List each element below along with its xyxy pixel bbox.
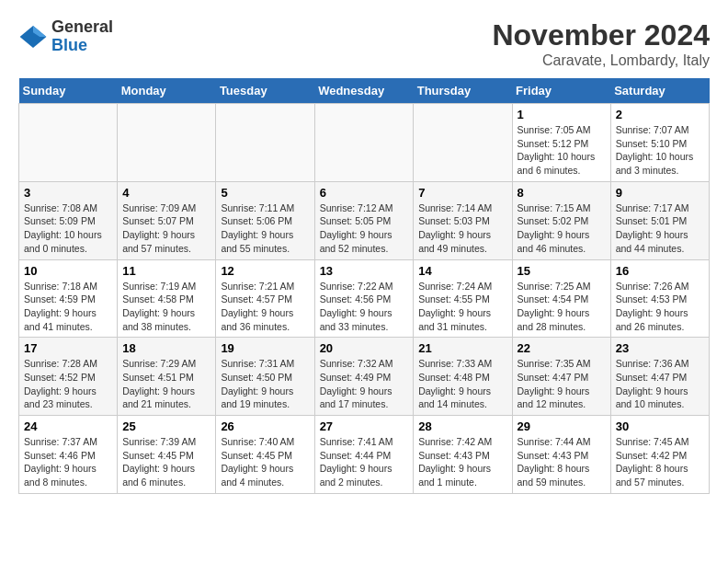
day-info: Sunrise: 7:26 AM Sunset: 4:53 PM Dayligh… bbox=[616, 280, 704, 334]
calendar-cell: 8Sunrise: 7:15 AM Sunset: 5:02 PM Daylig… bbox=[512, 181, 610, 259]
day-number: 9 bbox=[616, 186, 704, 200]
calendar-cell: 26Sunrise: 7:40 AM Sunset: 4:45 PM Dayli… bbox=[216, 416, 314, 494]
calendar-cell bbox=[216, 104, 314, 182]
day-info: Sunrise: 7:05 AM Sunset: 5:12 PM Dayligh… bbox=[518, 123, 606, 178]
day-number: 16 bbox=[616, 264, 704, 278]
day-number: 24 bbox=[24, 419, 112, 433]
day-info: Sunrise: 7:41 AM Sunset: 4:44 PM Dayligh… bbox=[320, 435, 409, 489]
day-number: 30 bbox=[616, 419, 704, 433]
calendar-cell: 18Sunrise: 7:29 AM Sunset: 4:51 PM Dayli… bbox=[118, 338, 216, 416]
day-info: Sunrise: 7:36 AM Sunset: 4:47 PM Dayligh… bbox=[616, 357, 704, 411]
day-info: Sunrise: 7:11 AM Sunset: 5:06 PM Dayligh… bbox=[221, 201, 309, 256]
calendar-cell: 23Sunrise: 7:36 AM Sunset: 4:47 PM Dayli… bbox=[610, 338, 709, 416]
day-number: 1 bbox=[518, 108, 606, 121]
calendar-cell: 17Sunrise: 7:28 AM Sunset: 4:52 PM Dayli… bbox=[19, 338, 118, 416]
calendar-cell: 12Sunrise: 7:21 AM Sunset: 4:57 PM Dayli… bbox=[216, 259, 314, 338]
day-number: 10 bbox=[24, 264, 112, 278]
day-info: Sunrise: 7:45 AM Sunset: 4:42 PM Dayligh… bbox=[616, 435, 704, 489]
day-info: Sunrise: 7:24 AM Sunset: 4:55 PM Dayligh… bbox=[418, 280, 506, 334]
weekday-header-monday: Monday bbox=[118, 78, 216, 104]
weekday-header-saturday: Saturday bbox=[610, 78, 709, 104]
day-number: 14 bbox=[418, 264, 506, 278]
logo-blue: Blue bbox=[51, 36, 87, 54]
day-info: Sunrise: 7:09 AM Sunset: 5:07 PM Dayligh… bbox=[122, 201, 210, 256]
day-number: 6 bbox=[320, 186, 409, 200]
day-info: Sunrise: 7:31 AM Sunset: 4:50 PM Dayligh… bbox=[221, 357, 309, 411]
day-info: Sunrise: 7:15 AM Sunset: 5:02 PM Dayligh… bbox=[518, 201, 606, 256]
calendar-cell: 21Sunrise: 7:33 AM Sunset: 4:48 PM Dayli… bbox=[414, 338, 512, 416]
day-number: 21 bbox=[418, 341, 506, 355]
logo: General Blue bbox=[18, 18, 113, 55]
day-info: Sunrise: 7:17 AM Sunset: 5:01 PM Dayligh… bbox=[616, 201, 704, 256]
day-number: 5 bbox=[221, 186, 309, 200]
calendar-cell: 25Sunrise: 7:39 AM Sunset: 4:45 PM Dayli… bbox=[118, 416, 216, 494]
day-number: 3 bbox=[24, 186, 112, 200]
calendar-week-row: 1Sunrise: 7:05 AM Sunset: 5:12 PM Daylig… bbox=[19, 104, 710, 182]
calendar-cell: 1Sunrise: 7:05 AM Sunset: 5:12 PM Daylig… bbox=[512, 104, 610, 182]
calendar-cell: 22Sunrise: 7:35 AM Sunset: 4:47 PM Dayli… bbox=[512, 338, 610, 416]
day-info: Sunrise: 7:32 AM Sunset: 4:49 PM Dayligh… bbox=[320, 357, 409, 411]
logo-icon bbox=[18, 22, 48, 52]
day-info: Sunrise: 7:14 AM Sunset: 5:03 PM Dayligh… bbox=[418, 201, 506, 256]
day-number: 20 bbox=[320, 341, 409, 355]
page-header: General Blue November 2024 Caravate, Lom… bbox=[18, 18, 710, 69]
weekday-header-row: SundayMondayTuesdayWednesdayThursdayFrid… bbox=[19, 78, 710, 104]
day-info: Sunrise: 7:18 AM Sunset: 4:59 PM Dayligh… bbox=[24, 280, 112, 334]
day-number: 22 bbox=[518, 341, 606, 355]
day-info: Sunrise: 7:37 AM Sunset: 4:46 PM Dayligh… bbox=[24, 435, 112, 489]
calendar-cell: 6Sunrise: 7:12 AM Sunset: 5:05 PM Daylig… bbox=[314, 181, 414, 259]
calendar-cell: 5Sunrise: 7:11 AM Sunset: 5:06 PM Daylig… bbox=[216, 181, 314, 259]
title-block: November 2024 Caravate, Lombardy, Italy bbox=[492, 18, 710, 69]
calendar-cell: 13Sunrise: 7:22 AM Sunset: 4:56 PM Dayli… bbox=[314, 259, 414, 338]
day-info: Sunrise: 7:44 AM Sunset: 4:43 PM Dayligh… bbox=[518, 435, 606, 489]
day-number: 4 bbox=[122, 186, 210, 200]
day-number: 28 bbox=[418, 419, 506, 433]
day-number: 25 bbox=[122, 419, 210, 433]
weekday-header-tuesday: Tuesday bbox=[216, 78, 314, 104]
day-number: 2 bbox=[616, 108, 704, 121]
weekday-header-thursday: Thursday bbox=[414, 78, 512, 104]
calendar-week-row: 17Sunrise: 7:28 AM Sunset: 4:52 PM Dayli… bbox=[19, 338, 710, 416]
month-title: November 2024 bbox=[492, 18, 710, 52]
calendar-cell: 16Sunrise: 7:26 AM Sunset: 4:53 PM Dayli… bbox=[610, 259, 709, 338]
calendar-cell: 15Sunrise: 7:25 AM Sunset: 4:54 PM Dayli… bbox=[512, 259, 610, 338]
calendar-cell: 10Sunrise: 7:18 AM Sunset: 4:59 PM Dayli… bbox=[19, 259, 118, 338]
day-info: Sunrise: 7:07 AM Sunset: 5:10 PM Dayligh… bbox=[616, 123, 704, 178]
day-info: Sunrise: 7:29 AM Sunset: 4:51 PM Dayligh… bbox=[122, 357, 210, 411]
day-info: Sunrise: 7:39 AM Sunset: 4:45 PM Dayligh… bbox=[122, 435, 210, 489]
calendar-cell: 27Sunrise: 7:41 AM Sunset: 4:44 PM Dayli… bbox=[314, 416, 414, 494]
day-info: Sunrise: 7:12 AM Sunset: 5:05 PM Dayligh… bbox=[320, 201, 409, 256]
day-info: Sunrise: 7:25 AM Sunset: 4:54 PM Dayligh… bbox=[518, 280, 606, 334]
day-info: Sunrise: 7:33 AM Sunset: 4:48 PM Dayligh… bbox=[418, 357, 506, 411]
day-info: Sunrise: 7:22 AM Sunset: 4:56 PM Dayligh… bbox=[320, 280, 409, 334]
calendar-cell: 9Sunrise: 7:17 AM Sunset: 5:01 PM Daylig… bbox=[610, 181, 709, 259]
day-number: 12 bbox=[221, 264, 309, 278]
day-number: 13 bbox=[320, 264, 409, 278]
calendar-cell: 29Sunrise: 7:44 AM Sunset: 4:43 PM Dayli… bbox=[512, 416, 610, 494]
calendar-cell: 2Sunrise: 7:07 AM Sunset: 5:10 PM Daylig… bbox=[610, 104, 709, 182]
calendar-cell: 11Sunrise: 7:19 AM Sunset: 4:58 PM Dayli… bbox=[118, 259, 216, 338]
calendar-cell: 28Sunrise: 7:42 AM Sunset: 4:43 PM Dayli… bbox=[414, 416, 512, 494]
weekday-header-wednesday: Wednesday bbox=[314, 78, 414, 104]
calendar-cell: 4Sunrise: 7:09 AM Sunset: 5:07 PM Daylig… bbox=[118, 181, 216, 259]
calendar-cell: 24Sunrise: 7:37 AM Sunset: 4:46 PM Dayli… bbox=[19, 416, 118, 494]
day-info: Sunrise: 7:08 AM Sunset: 5:09 PM Dayligh… bbox=[24, 201, 112, 256]
calendar-cell: 3Sunrise: 7:08 AM Sunset: 5:09 PM Daylig… bbox=[19, 181, 118, 259]
calendar-cell: 14Sunrise: 7:24 AM Sunset: 4:55 PM Dayli… bbox=[414, 259, 512, 338]
day-number: 11 bbox=[122, 264, 210, 278]
day-info: Sunrise: 7:19 AM Sunset: 4:58 PM Dayligh… bbox=[122, 280, 210, 334]
day-number: 7 bbox=[418, 186, 506, 200]
day-number: 27 bbox=[320, 419, 409, 433]
day-number: 26 bbox=[221, 419, 309, 433]
day-number: 8 bbox=[518, 186, 606, 200]
calendar-week-row: 24Sunrise: 7:37 AM Sunset: 4:46 PM Dayli… bbox=[19, 416, 710, 494]
calendar-cell bbox=[118, 104, 216, 182]
day-number: 29 bbox=[518, 419, 606, 433]
calendar-week-row: 10Sunrise: 7:18 AM Sunset: 4:59 PM Dayli… bbox=[19, 259, 710, 338]
calendar-cell: 30Sunrise: 7:45 AM Sunset: 4:42 PM Dayli… bbox=[610, 416, 709, 494]
day-info: Sunrise: 7:21 AM Sunset: 4:57 PM Dayligh… bbox=[221, 280, 309, 334]
calendar-cell: 7Sunrise: 7:14 AM Sunset: 5:03 PM Daylig… bbox=[414, 181, 512, 259]
calendar-cell bbox=[414, 104, 512, 182]
day-info: Sunrise: 7:35 AM Sunset: 4:47 PM Dayligh… bbox=[518, 357, 606, 411]
day-info: Sunrise: 7:42 AM Sunset: 4:43 PM Dayligh… bbox=[418, 435, 506, 489]
